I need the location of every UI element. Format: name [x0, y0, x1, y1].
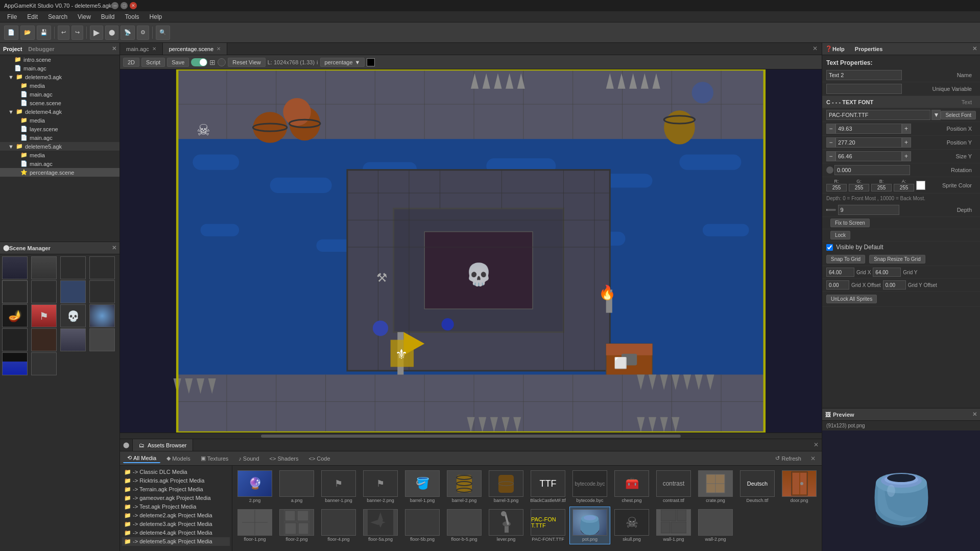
visible-checkbox[interactable] — [826, 244, 833, 251]
assets-close[interactable]: ✕ — [807, 453, 819, 464]
file-floor2[interactable]: floor-2.png — [276, 507, 317, 544]
color-swatch[interactable] — [367, 58, 375, 66]
shaders-button[interactable]: <> Shaders — [266, 454, 303, 463]
code-button[interactable]: <> Code — [304, 454, 334, 463]
file-wall2[interactable]: wall-2.png — [695, 507, 736, 544]
scene-thumb-7[interactable] — [60, 280, 86, 303]
menu-edit[interactable]: Edit — [22, 12, 43, 21]
file-apng[interactable]: a.png — [276, 468, 317, 506]
tree-percentage-scene[interactable]: ⭐ percentage.scene — [0, 168, 119, 177]
new-button[interactable]: 📄 — [4, 26, 18, 40]
tab-percentage-close[interactable]: ✕ — [217, 46, 221, 52]
bottom-panel-close[interactable]: ✕ — [810, 439, 822, 451]
font-input[interactable] — [826, 110, 930, 120]
scene-thumb-6[interactable] — [31, 280, 57, 303]
scene-thumb-2[interactable] — [31, 256, 57, 279]
pos-x-input[interactable] — [835, 124, 902, 134]
props-help-label[interactable]: Help — [832, 46, 845, 52]
mode-script-button[interactable]: Script — [141, 58, 165, 67]
asset-tree-item-5[interactable]: 📁 -> Test.agk Project Media — [122, 502, 230, 511]
file-deutsch[interactable]: Deutsch Deutsch.ttf — [737, 468, 778, 506]
color-r-input[interactable] — [826, 184, 847, 191]
file-2png[interactable]: 🔮 2.png — [234, 468, 275, 506]
asset-tree-item-9[interactable]: 📁 -> deleteme5.agk Project Media — [122, 537, 230, 546]
textures-button[interactable]: ▣ Textures — [197, 454, 233, 463]
tree-intro-scene[interactable]: 📁 intro.scene — [0, 55, 119, 64]
rotation-input[interactable] — [834, 165, 910, 175]
snap-to-grid-button[interactable]: Snap To Grid — [826, 255, 865, 263]
menu-tools[interactable]: Tools — [120, 12, 145, 21]
file-barrel2[interactable]: barrel-2.png — [444, 468, 485, 506]
tree-media-2[interactable]: 📁 media — [0, 116, 119, 125]
maximize-button[interactable]: □ — [121, 2, 128, 9]
undo-button[interactable]: ↩ — [58, 26, 69, 40]
pos-y-input[interactable] — [835, 137, 902, 148]
scene-thumb-18[interactable] — [31, 352, 57, 375]
circle-icon[interactable] — [218, 58, 226, 66]
broadcast-button[interactable]: 📡 — [121, 26, 135, 40]
debug-button[interactable]: ⬤ — [105, 26, 118, 40]
close-button[interactable]: ✕ — [130, 2, 137, 9]
layer-dropdown[interactable]: percentage ▼ — [320, 58, 365, 67]
file-barrel1[interactable]: 🪣 barrel-1.png — [402, 468, 443, 506]
scene-thumb-11[interactable]: 💀 — [60, 304, 86, 327]
toggle-track[interactable] — [191, 58, 207, 66]
file-floor4[interactable]: floor-4.png — [318, 507, 359, 544]
grid-y-offset-input[interactable] — [883, 280, 906, 290]
save-scene-button[interactable]: Save — [167, 58, 189, 67]
tab-percentage-scene[interactable]: percentage.scene ✕ — [163, 43, 227, 55]
menu-file[interactable]: File — [2, 12, 22, 21]
scene-thumb-16[interactable] — [89, 328, 115, 351]
bottom-tab-assets[interactable]: 🗂 Assets Browser — [133, 439, 193, 451]
scene-thumb-10[interactable]: ⚑ — [31, 304, 57, 327]
file-door[interactable]: door.png — [779, 468, 820, 506]
tree-main-agc-4[interactable]: 📄 main.agc — [0, 159, 119, 168]
asset-tree-item-2[interactable]: 📁 -> Ricktris.agk Project Media — [122, 476, 230, 485]
unlock-all-button[interactable]: UnLock All Sprites — [826, 295, 877, 303]
file-floor5a[interactable]: floor-5a.png — [360, 507, 401, 544]
search-toolbar-button[interactable]: 🔍 — [156, 26, 170, 40]
file-floorb5[interactable]: floor-b-5.png — [444, 507, 485, 544]
file-barrel3[interactable]: barrel-3.png — [486, 468, 527, 506]
preview-close[interactable]: ✕ — [972, 411, 977, 418]
color-a-input[interactable] — [894, 184, 914, 191]
menu-help[interactable]: Help — [145, 12, 168, 21]
scene-thumb-12[interactable] — [89, 304, 115, 327]
asset-tree-item-1[interactable]: 📁 -> Classic DLC Media — [122, 468, 230, 476]
file-bytecode[interactable]: bytecode.byc bytecode.byc — [569, 468, 610, 506]
scene-thumb-1[interactable] — [2, 256, 28, 279]
redo-button[interactable]: ↪ — [71, 26, 83, 40]
asset-tree-item-3[interactable]: 📁 -> Terrain.agk Project Media — [122, 485, 230, 494]
unique-var-input[interactable] — [826, 84, 902, 94]
fix-to-screen-button[interactable]: Fix to Screen — [830, 219, 870, 227]
file-pot[interactable]: pot.png — [569, 507, 610, 544]
tab-close-all[interactable]: ✕ — [808, 43, 822, 55]
tree-deleteme5[interactable]: ▼ 📁 deleteme5.agk — [0, 142, 119, 151]
scene-thumb-13[interactable] — [2, 328, 28, 351]
project-tab[interactable]: Project — [3, 46, 28, 52]
font-dropdown[interactable]: ▼ — [931, 110, 941, 120]
asset-tree-item-6[interactable]: 📁 -> deleteme2.agk Project Media — [122, 511, 230, 520]
scene-thumb-9[interactable]: 🪔 — [2, 304, 28, 327]
bottom-tab-assets-icon[interactable]: ⬤ — [120, 439, 133, 451]
scene-manager-close[interactable]: ✕ — [112, 245, 116, 251]
reset-view-button[interactable]: Reset View — [228, 58, 265, 67]
file-pacfont[interactable]: PAC-FON T.TTF PAC-FONT.TTF — [528, 507, 568, 544]
snap-resize-button[interactable]: Snap Resize To Grid — [869, 255, 925, 263]
project-panel-close[interactable]: ✕ — [112, 45, 116, 52]
run-button[interactable]: ▶ — [90, 26, 103, 40]
tree-deleteme3[interactable]: ▼ 📁 deleteme3.agk — [0, 73, 119, 81]
tab-main-agc-close[interactable]: ✕ — [152, 46, 156, 52]
minimize-button[interactable]: ─ — [111, 2, 118, 9]
file-contrast[interactable]: contrast contrast.ttf — [653, 468, 694, 506]
size-y-input[interactable] — [835, 151, 902, 161]
menu-view[interactable]: View — [73, 12, 96, 21]
tree-main-agc-2[interactable]: 📄 main.agc — [0, 90, 119, 99]
scene-thumb-3[interactable] — [60, 256, 86, 279]
asset-tree-item-4[interactable]: 📁 -> gameover.agk Project Media — [122, 494, 230, 502]
scene-thumb-8[interactable] — [89, 280, 115, 303]
color-preview-swatch[interactable] — [916, 181, 925, 190]
file-wall1[interactable]: wall-1.png — [653, 507, 694, 544]
tree-media-1[interactable]: 📁 media — [0, 81, 119, 90]
file-chest[interactable]: 🧰 chest.png — [611, 468, 652, 506]
